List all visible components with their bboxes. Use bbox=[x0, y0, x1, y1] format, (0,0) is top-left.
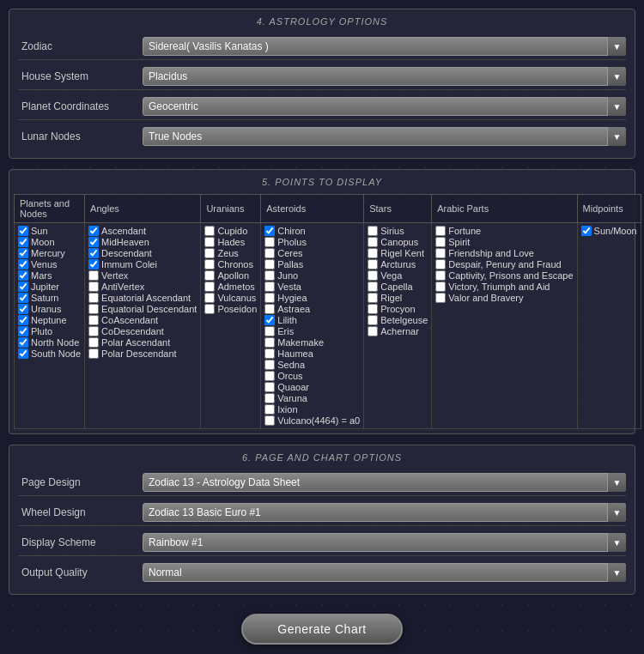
generate-chart-button[interactable]: Generate Chart bbox=[241, 614, 403, 645]
form-select-page-design[interactable]: Zodiac 13 - Astrology Data Sheet bbox=[143, 473, 626, 492]
checkbox-label-angles-6[interactable]: Equatorial Ascendant bbox=[101, 293, 191, 303]
checkbox-label-planets-0[interactable]: Sun bbox=[31, 226, 48, 236]
checkbox-label-planets-7[interactable]: Uranus bbox=[31, 304, 61, 314]
checkbox-angles-5[interactable] bbox=[88, 282, 99, 292]
checkbox-asteroids-9[interactable] bbox=[264, 326, 275, 336]
checkbox-label-asteroids-16[interactable]: Ixion bbox=[277, 404, 297, 415]
checkbox-asteroids-12[interactable] bbox=[264, 360, 275, 370]
checkbox-label-uranians-7[interactable]: Poseidon bbox=[217, 304, 257, 314]
checkbox-angles-1[interactable] bbox=[88, 237, 99, 247]
checkbox-label-uranians-3[interactable]: Chronos bbox=[217, 259, 253, 269]
checkbox-label-planets-6[interactable]: Saturn bbox=[31, 293, 58, 303]
checkbox-label-planets-9[interactable]: Pluto bbox=[31, 326, 52, 336]
checkbox-stars-7[interactable] bbox=[368, 304, 378, 314]
checkbox-label-stars-9[interactable]: Achernar bbox=[380, 326, 419, 336]
checkbox-planets-1[interactable] bbox=[18, 237, 28, 247]
checkbox-angles-6[interactable] bbox=[88, 293, 99, 303]
checkbox-uranians-4[interactable] bbox=[204, 270, 215, 281]
checkbox-stars-4[interactable] bbox=[368, 270, 378, 281]
checkbox-label-uranians-4[interactable]: Apollon bbox=[217, 270, 249, 281]
checkbox-stars-2[interactable] bbox=[368, 248, 378, 258]
checkbox-planets-2[interactable] bbox=[18, 248, 28, 258]
checkbox-asteroids-7[interactable] bbox=[264, 304, 275, 314]
form-select-zodiac[interactable]: Sidereal( Vasilis Kanatas )TropicalSider… bbox=[143, 37, 626, 56]
checkbox-label-stars-6[interactable]: Rigel bbox=[380, 293, 402, 303]
checkbox-label-asteroids-4[interactable]: Juno bbox=[277, 270, 298, 281]
checkbox-asteroids-13[interactable] bbox=[264, 371, 275, 381]
form-select-display-scheme[interactable]: Rainbow #1 bbox=[143, 533, 626, 552]
checkbox-label-angles-0[interactable]: Ascendant bbox=[101, 226, 146, 236]
checkbox-asteroids-10[interactable] bbox=[264, 337, 275, 348]
checkbox-label-asteroids-12[interactable]: Sedna bbox=[277, 360, 305, 370]
checkbox-label-arabic-5[interactable]: Victory, Triumph and Aid bbox=[448, 282, 550, 292]
checkbox-label-arabic-2[interactable]: Friendship and Love bbox=[448, 248, 534, 258]
checkbox-stars-8[interactable] bbox=[368, 315, 378, 325]
checkbox-label-planets-2[interactable]: Mercury bbox=[31, 248, 65, 258]
checkbox-label-asteroids-1[interactable]: Pholus bbox=[277, 237, 307, 247]
checkbox-uranians-1[interactable] bbox=[204, 237, 215, 247]
checkbox-label-asteroids-10[interactable]: Makemake bbox=[277, 337, 324, 348]
checkbox-stars-1[interactable] bbox=[368, 237, 378, 247]
checkbox-label-stars-4[interactable]: Vega bbox=[380, 270, 402, 281]
checkbox-label-angles-11[interactable]: Polar Descendant bbox=[101, 348, 176, 359]
checkbox-uranians-0[interactable] bbox=[204, 226, 215, 236]
checkbox-label-arabic-0[interactable]: Fortune bbox=[448, 226, 481, 236]
checkbox-uranians-5[interactable] bbox=[204, 282, 215, 292]
checkbox-label-angles-10[interactable]: Polar Ascendant bbox=[101, 337, 170, 348]
checkbox-label-asteroids-14[interactable]: Quaoar bbox=[277, 382, 309, 392]
checkbox-label-arabic-4[interactable]: Captivity, Prisons and Escape bbox=[448, 270, 573, 281]
checkbox-label-planets-3[interactable]: Venus bbox=[31, 259, 58, 269]
form-select-wheel-design[interactable]: Zodiac 13 Basic Euro #1 bbox=[143, 503, 626, 522]
checkbox-label-planets-1[interactable]: Moon bbox=[31, 237, 55, 247]
checkbox-label-stars-0[interactable]: Sirius bbox=[380, 226, 404, 236]
checkbox-angles-11[interactable] bbox=[88, 348, 99, 359]
checkbox-label-planets-5[interactable]: Jupiter bbox=[31, 282, 59, 292]
checkbox-planets-4[interactable] bbox=[18, 270, 28, 281]
checkbox-label-arabic-1[interactable]: Spirit bbox=[448, 237, 470, 247]
checkbox-label-asteroids-3[interactable]: Pallas bbox=[277, 259, 303, 269]
form-select-lunar-nodes[interactable]: True NodesMean Nodes bbox=[143, 127, 626, 146]
checkbox-label-stars-5[interactable]: Capella bbox=[380, 282, 412, 292]
checkbox-planets-0[interactable] bbox=[18, 226, 28, 236]
checkbox-label-arabic-3[interactable]: Despair, Penury and Fraud bbox=[448, 259, 561, 269]
checkbox-label-midpoints-0[interactable]: Sun/Moon bbox=[594, 226, 637, 236]
checkbox-angles-9[interactable] bbox=[88, 326, 99, 336]
checkbox-angles-2[interactable] bbox=[88, 248, 99, 258]
form-select-planet-coordinates[interactable]: GeocentricHeliocentric bbox=[143, 97, 626, 116]
checkbox-planets-11[interactable] bbox=[18, 348, 28, 359]
checkbox-uranians-6[interactable] bbox=[204, 293, 215, 303]
checkbox-asteroids-0[interactable] bbox=[264, 226, 275, 236]
checkbox-label-stars-8[interactable]: Betelgeuse bbox=[380, 315, 428, 325]
checkbox-planets-3[interactable] bbox=[18, 259, 28, 269]
checkbox-label-stars-7[interactable]: Procyon bbox=[380, 304, 415, 314]
checkbox-asteroids-15[interactable] bbox=[264, 393, 275, 403]
checkbox-uranians-2[interactable] bbox=[204, 248, 215, 258]
checkbox-arabic-4[interactable] bbox=[435, 270, 446, 281]
checkbox-uranians-3[interactable] bbox=[204, 259, 215, 269]
checkbox-stars-6[interactable] bbox=[368, 293, 378, 303]
checkbox-angles-10[interactable] bbox=[88, 337, 99, 348]
checkbox-planets-7[interactable] bbox=[18, 304, 28, 314]
checkbox-stars-3[interactable] bbox=[368, 259, 378, 269]
checkbox-arabic-2[interactable] bbox=[435, 248, 446, 258]
checkbox-asteroids-17[interactable] bbox=[264, 415, 275, 426]
checkbox-asteroids-8[interactable] bbox=[264, 315, 275, 325]
checkbox-planets-10[interactable] bbox=[18, 337, 28, 348]
checkbox-asteroids-4[interactable] bbox=[264, 270, 275, 281]
checkbox-planets-8[interactable] bbox=[18, 315, 28, 325]
checkbox-label-angles-1[interactable]: MidHeaven bbox=[101, 237, 149, 247]
checkbox-asteroids-2[interactable] bbox=[264, 248, 275, 258]
checkbox-label-angles-9[interactable]: CoDescendant bbox=[101, 326, 164, 336]
checkbox-arabic-5[interactable] bbox=[435, 282, 446, 292]
checkbox-planets-5[interactable] bbox=[18, 282, 28, 292]
checkbox-stars-0[interactable] bbox=[368, 226, 378, 236]
checkbox-angles-7[interactable] bbox=[88, 304, 99, 314]
checkbox-label-uranians-1[interactable]: Hades bbox=[217, 237, 245, 247]
form-select-house-system[interactable]: PlacidusKochEqualWhole Sign bbox=[143, 67, 626, 86]
checkbox-label-angles-8[interactable]: CoAscendant bbox=[101, 315, 158, 325]
checkbox-label-asteroids-9[interactable]: Eris bbox=[277, 326, 294, 336]
checkbox-label-asteroids-13[interactable]: Orcus bbox=[277, 371, 302, 381]
checkbox-midpoints-0[interactable] bbox=[581, 226, 592, 236]
checkbox-label-stars-2[interactable]: Rigel Kent bbox=[380, 248, 424, 258]
checkbox-label-uranians-6[interactable]: Vulcanus bbox=[217, 293, 256, 303]
